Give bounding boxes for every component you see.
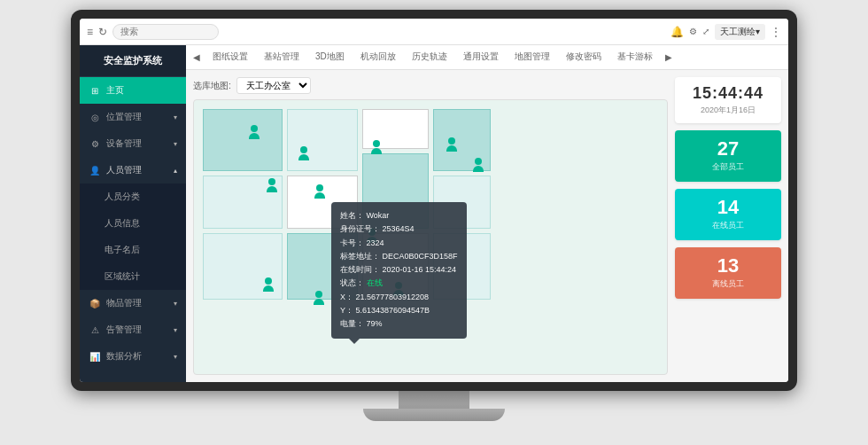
monitor-screen: ≡ ↻ 🔔 ⚙ ⤢ 天工测绘▾ ⋮ 安全监护系统 ⊞ 主页 (80, 19, 788, 382)
tooltip-battery-label: 电量： (340, 319, 364, 328)
person-5-head (373, 140, 380, 147)
device-icon: ⚙ (89, 139, 101, 149)
person-tooltip: 姓名： Wokar 身份证号： 25364S4 卡号： (331, 202, 467, 339)
home-icon: ⊞ (89, 86, 101, 96)
person-2[interactable] (298, 146, 309, 160)
people-info-label: 人员信息 (105, 217, 140, 230)
monitor-bezel: ≡ ↻ 🔔 ⚙ ⤢ 天工测绘▾ ⋮ 安全监护系统 ⊞ 主页 (71, 10, 797, 391)
sidebar-item-home[interactable]: ⊞ 主页 (80, 77, 186, 104)
tooltip-y-value: 5.61343876094547B (356, 306, 430, 315)
sidebar-data-label: 数据分析 (106, 350, 142, 363)
tooltip-mac-value: DECA0B0CF3D158F (383, 252, 458, 261)
person-7-head (475, 158, 482, 165)
person-10[interactable] (314, 291, 324, 305)
data-icon: 📊 (89, 352, 101, 362)
clock-time: 15:44:44 (682, 84, 774, 103)
people-arrow-icon: ▴ (174, 167, 177, 175)
content-area: ◀ 图纸设置 基站管理 3D地图 机动回放 历史轨迹 通用设置 地图管理 修改密… (186, 45, 788, 382)
menu-icon[interactable]: ≡ (87, 26, 93, 38)
map-select[interactable]: 天工办公室 (236, 77, 311, 94)
room-2 (287, 109, 358, 171)
sidebar-sub-people: 人员分类 人员信息 电子名后 区域统计 (80, 183, 186, 290)
tab-history[interactable]: 历史轨迹 (405, 47, 454, 68)
map-section: 选库地图: 天工办公室 (193, 77, 668, 375)
sidebar-alarm-label: 告警管理 (106, 324, 142, 336)
tab-prev-button[interactable]: ◀ (190, 51, 204, 64)
tooltip-name: 姓名： Wokar (340, 209, 458, 222)
tab-next-button[interactable]: ▶ (662, 51, 676, 64)
tab-3dmap[interactable]: 3D地图 (308, 47, 352, 68)
tab-drawing[interactable]: 图纸设置 (205, 47, 255, 68)
stat-offline: 13 离线员工 (675, 247, 781, 299)
alarm-icon: ⚠ (89, 325, 101, 335)
sidebar-item-goods[interactable]: 📦 物品管理 ▾ (80, 290, 186, 316)
sidebar-people-label: 人员管理 (106, 164, 142, 176)
sidebar-item-people-info[interactable]: 人员信息 (80, 210, 186, 237)
main-content: 选库地图: 天工办公室 (186, 70, 788, 382)
share-icon[interactable]: ⤢ (702, 27, 709, 36)
tooltip-id-value: 25364S4 (383, 224, 415, 233)
tooltip-x-label: X： (340, 293, 353, 301)
goods-arrow-icon: ▾ (174, 300, 177, 308)
stat-total: 27 全部员工 (675, 130, 781, 182)
sidebar-item-e-card[interactable]: 电子名后 (80, 237, 186, 263)
person-4[interactable] (314, 184, 325, 199)
clock-date: 2020年1月16日 (682, 105, 774, 116)
alarm-arrow-icon: ▾ (174, 326, 177, 334)
person-4-head (316, 184, 323, 191)
device-arrow-icon: ▾ (174, 140, 177, 148)
tab-mapmanage[interactable]: 地图管理 (508, 47, 557, 68)
person-6[interactable] (446, 137, 457, 152)
clock-box: 15:44:44 2020年1月16日 (675, 77, 781, 123)
tab-basestation[interactable]: 基站管理 (257, 47, 306, 68)
tooltip-battery-value: 79% (367, 319, 383, 328)
sidebar-item-area-stat[interactable]: 区域统计 (80, 263, 186, 290)
sidebar-home-label: 主页 (106, 84, 124, 97)
person-5-body (371, 148, 382, 154)
stat-offline-number: 13 (682, 256, 774, 276)
stat-online-number: 14 (682, 198, 774, 217)
tab-general[interactable]: 通用设置 (456, 47, 506, 68)
data-arrow-icon: ▾ (174, 353, 177, 361)
sidebar-item-alarm[interactable]: ⚠ 告警管理 ▾ (80, 316, 186, 343)
more-menu-icon[interactable]: ⋮ (771, 26, 781, 38)
person-6-head (448, 137, 455, 144)
stat-offline-label: 离线员工 (682, 278, 774, 290)
sidebar-item-people[interactable]: 👤 人员管理 ▴ (80, 157, 186, 183)
refresh-icon[interactable]: ↻ (98, 26, 107, 38)
person-3-head (268, 178, 275, 185)
monitor-stand-neck (399, 391, 469, 409)
map-container: 姓名： Wokar 身份证号： 25364S4 卡号： (193, 99, 668, 375)
tooltip-time: 在线时间： 2020-01-16 15:44:24 (340, 263, 458, 277)
map-selector: 选库地图: 天工办公室 (193, 77, 668, 94)
tab-bar: ◀ 图纸设置 基站管理 3D地图 机动回放 历史轨迹 通用设置 地图管理 修改密… (186, 45, 788, 70)
person-2-head (300, 146, 307, 153)
person-11[interactable] (263, 277, 274, 292)
person-3-body (267, 186, 277, 192)
sidebar: 安全监护系统 ⊞ 主页 ◎ 位置管理 ▾ ⚙ 设备 (80, 45, 186, 382)
tooltip-idno: 身份证号： 25364S4 (340, 222, 458, 236)
person-1[interactable] (249, 125, 260, 139)
person-5[interactable] (371, 140, 382, 154)
app-body: 安全监护系统 ⊞ 主页 ◎ 位置管理 ▾ ⚙ 设备 (80, 45, 788, 382)
tooltip-status-value: 在线 (367, 278, 383, 287)
settings-icon[interactable]: ⚙ (689, 27, 697, 36)
sidebar-item-location[interactable]: ◎ 位置管理 ▾ (80, 104, 186, 130)
tab-playback[interactable]: 机动回放 (353, 47, 403, 68)
person-7[interactable] (473, 158, 484, 172)
sidebar-item-people-dist[interactable]: 人员分类 (80, 183, 186, 210)
person-10-head (315, 291, 322, 298)
search-input[interactable] (112, 24, 219, 40)
e-card-label: 电子名后 (105, 244, 140, 256)
sidebar-item-device[interactable]: ⚙ 设备管理 ▾ (80, 130, 186, 157)
tooltip-card-value: 2324 (367, 238, 384, 247)
tab-cardcursor[interactable]: 基卡游标 (610, 47, 660, 68)
stat-total-number: 27 (682, 139, 774, 159)
location-arrow-icon: ▾ (174, 113, 177, 121)
person-10-body (314, 299, 324, 305)
person-3[interactable] (267, 178, 277, 192)
user-menu[interactable]: 天工测绘▾ (715, 24, 765, 40)
monitor: ≡ ↻ 🔔 ⚙ ⤢ 天工测绘▾ ⋮ 安全监护系统 ⊞ 主页 (53, 10, 815, 435)
sidebar-item-data[interactable]: 📊 数据分析 ▾ (80, 343, 186, 370)
tab-password[interactable]: 修改密码 (559, 47, 608, 68)
